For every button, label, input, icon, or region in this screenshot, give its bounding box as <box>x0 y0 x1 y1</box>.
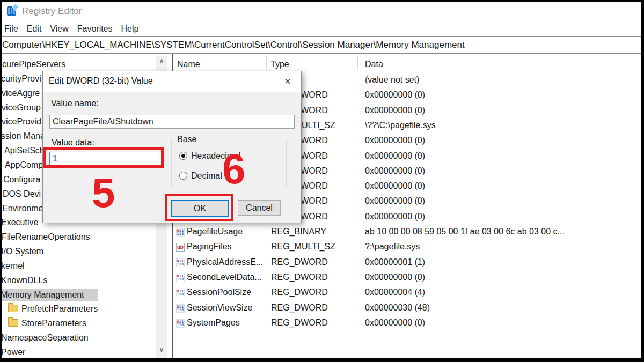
tree-item-memory-management[interactable]: Memory Management <box>1 289 84 301</box>
column-separator[interactable] <box>587 56 587 70</box>
cell-name: SecondLevelData... <box>187 271 270 283</box>
value-row-sessionviewsize[interactable]: 011110SessionViewSizeREG_DWORD0x00000030… <box>174 302 641 314</box>
annotation-box-value-data <box>43 147 164 168</box>
cell-data: 0x00000000 (0) <box>365 271 639 283</box>
value-row-pagefileusage[interactable]: 011110PagefileUsageREG_BINARYab 10 00 00… <box>174 226 641 238</box>
frame-border <box>641 0 644 362</box>
menu-item-help[interactable]: Help <box>121 24 139 34</box>
tree-item-executive[interactable]: Executive <box>1 217 38 228</box>
tree-item-configura[interactable]: Configura <box>3 174 40 186</box>
frame-border <box>0 0 644 2</box>
tree-item-label: viceAggre <box>2 88 40 98</box>
cell-data: ?:\pagefile.sys <box>365 241 639 253</box>
tree-item-environme[interactable]: Environme <box>2 203 43 215</box>
dialog-title: Edit DWORD (32-bit) Value <box>49 76 153 86</box>
value-row-pagingfiles[interactable]: abPagingFilesREG_MULTI_SZ?:\pagefile.sys <box>174 241 641 253</box>
tree-item-ssion-mana[interactable]: ssion Mana <box>1 130 45 142</box>
value-row-physicaladdresse-[interactable]: 011110PhysicalAddressE...REG_DWORD0x0000… <box>174 256 641 268</box>
cell-name: PagefileUsage <box>187 226 270 238</box>
cell-data: 0x00000000 (0) <box>365 89 639 101</box>
menu-item-edit[interactable]: Edit <box>27 24 42 34</box>
scroll-up-icon[interactable]: ∧ <box>156 56 167 66</box>
annotation-box-ok <box>165 194 233 221</box>
tree-item-label: curityProvi <box>1 74 41 83</box>
dword-value-icon: 011110 <box>176 319 185 328</box>
cell-data: 0x00000000 (0) <box>365 135 639 146</box>
tree-item-label: AppComp <box>5 160 43 169</box>
tree-item-prefetchparameters[interactable]: PrefetchParameters <box>8 303 98 315</box>
tree-item-filerenameoperations[interactable]: FileRenameOperations <box>2 231 90 243</box>
address-path: Computer\HKEY_LOCAL_MACHINE\SYSTEM\Curre… <box>0 40 465 50</box>
cell-type: REG_DWORD <box>271 286 363 298</box>
column-header-data[interactable]: Data <box>365 60 383 69</box>
folder-icon <box>8 319 18 327</box>
frame-border <box>0 358 644 362</box>
cell-data: 0x00000000 (0) <box>365 150 639 162</box>
value-name-label: Value name: <box>51 99 99 108</box>
dword-value-icon: 011110 <box>176 274 185 282</box>
cell-type: REG_DWORD <box>271 256 363 268</box>
tree-item-kernel[interactable]: kernel <box>1 260 25 272</box>
tree-item-storeparameters[interactable]: StoreParameters <box>8 317 86 329</box>
tree-item-label: viceProvid <box>2 117 41 126</box>
column-separator[interactable] <box>357 56 358 70</box>
column-header-type[interactable]: Type <box>270 60 289 69</box>
menu-item-favorites[interactable]: Favorites <box>77 24 113 34</box>
title-bar: Registry Editor <box>2 2 641 21</box>
cell-data: ab 10 00 00 08 59 05 00 1f ae 03 00 6c a… <box>365 226 639 238</box>
tree-item-label: Configura <box>3 175 40 184</box>
tree-item-label: kernel <box>1 261 25 270</box>
tree-item-curityprovi[interactable]: curityProvi <box>1 73 41 85</box>
tree-item-curepipeservers[interactable]: curePipeServers <box>2 58 65 70</box>
tree-item-label: curePipeServers <box>2 60 65 69</box>
tree-item-knowndlls[interactable]: KnownDLLs <box>1 275 47 286</box>
value-row-secondleveldata-[interactable]: 011110SecondLevelData...REG_DWORD0x00000… <box>174 271 641 283</box>
tree-item-label: ApiSetSch <box>4 146 45 155</box>
value-name-field[interactable]: ClearPageFileAtShutdown <box>49 115 295 129</box>
menu-item-file[interactable]: File <box>4 24 18 34</box>
tree-item-label: KnownDLLs <box>1 276 47 285</box>
tree-item-label: PrefetchParameters <box>21 304 98 313</box>
cell-type: REG_BINARY <box>271 226 363 238</box>
tree-item-appcomp[interactable]: AppComp <box>5 159 43 171</box>
tree-item-power[interactable]: Power <box>1 346 25 358</box>
address-bar[interactable]: Computer\HKEY_LOCAL_MACHINE\SYSTEM\Curre… <box>0 36 644 54</box>
cell-type: REG_MULTI_SZ <box>271 241 363 253</box>
base-group-label: Base <box>175 135 199 144</box>
tree-item-vicegroup[interactable]: viceGroup <box>2 102 41 114</box>
column-separator[interactable] <box>266 56 267 70</box>
radio-unselected-icon[interactable] <box>179 172 187 180</box>
window-title: Registry Editor <box>22 6 82 17</box>
tree-item-i-o-system[interactable]: I/O System <box>1 246 43 257</box>
cell-type: REG_DWORD <box>271 317 363 329</box>
folder-icon <box>8 305 18 312</box>
scroll-down-icon[interactable]: ∨ <box>156 344 167 354</box>
cell-name: SessionPoolSize <box>187 286 270 298</box>
cell-data: 0x00000030 (48) <box>365 302 639 314</box>
close-icon[interactable]: ✕ <box>282 76 294 87</box>
dword-value-icon: 011110 <box>176 258 185 267</box>
radio-selected-icon[interactable] <box>179 152 187 160</box>
menu-bar: FileEditViewFavoritesHelp <box>2 22 643 36</box>
tree-item-label: StoreParameters <box>21 319 86 328</box>
cancel-button[interactable]: Cancel <box>238 200 281 216</box>
annotation-step-5: 5 <box>92 177 115 208</box>
binary-value-icon: 011110 <box>176 228 185 237</box>
tree-item-dos-devi[interactable]: DOS Devi <box>3 188 41 200</box>
value-row-sessionpoolsize[interactable]: 011110SessionPoolSizeREG_DWORD0x00000004… <box>174 286 641 298</box>
menu-item-view[interactable]: View <box>50 24 68 34</box>
frame-border <box>0 0 2 362</box>
annotation-step-6: 6 <box>222 153 245 184</box>
registry-editor-icon <box>7 4 19 16</box>
tree-item-namespaceseparation[interactable]: NamespaceSeparation <box>1 332 89 344</box>
tree-item-apisetsch[interactable]: ApiSetSch <box>4 145 45 157</box>
tree-item-viceaggre[interactable]: viceAggre <box>2 87 40 99</box>
cell-data: 0x00000000 (0) <box>365 317 639 329</box>
tree-item-viceprovid[interactable]: viceProvid <box>2 116 41 128</box>
tree-item-label: Memory Management <box>1 290 84 299</box>
tree-item-label: DOS Devi <box>3 189 41 198</box>
column-header-name[interactable]: Name <box>177 60 200 69</box>
value-row-systempages[interactable]: 011110SystemPagesREG_DWORD0x00000000 (0) <box>174 317 641 329</box>
dword-value-icon: 011110 <box>176 304 185 313</box>
tree-item-label: FileRenameOperations <box>2 232 90 241</box>
